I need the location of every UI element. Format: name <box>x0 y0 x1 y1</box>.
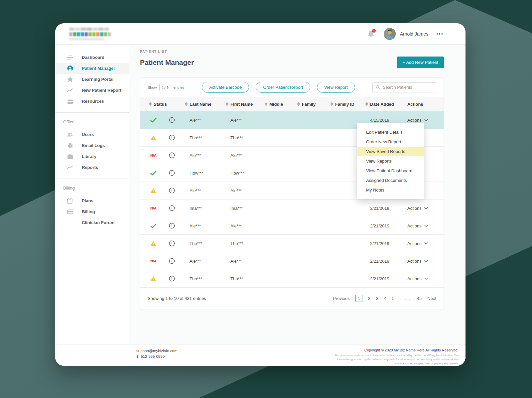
column-header-family[interactable]: Family <box>297 102 331 107</box>
pagination-previous[interactable]: Previous <box>333 296 350 301</box>
info-icon[interactable] <box>169 135 175 141</box>
info-icon[interactable] <box>169 117 175 123</box>
chevron-down-icon <box>424 207 428 209</box>
first-name-cell: Ima*** <box>226 206 265 211</box>
sidebar-item-resources[interactable]: Resources <box>55 96 129 107</box>
logo-tagline-blurred <box>69 38 104 40</box>
sidebar-item-label: New Patient Report <box>82 88 121 93</box>
last-name-cell: Ale*** <box>185 223 226 228</box>
menu-item-view-patient-dashboard[interactable]: View Patient Dashboard <box>357 166 424 176</box>
user-name: Arnold James <box>400 31 429 37</box>
sidebar-item-label: Library <box>82 154 96 159</box>
sidebar-item-users[interactable]: Users <box>55 129 129 140</box>
column-header-actions: Actions <box>403 102 444 107</box>
sidebar-item-patient-manager[interactable]: Patient Manager <box>55 63 129 74</box>
action-pill-group: Activate BarcodeOrder Patient ReportView… <box>185 82 372 93</box>
sidebar-item-library[interactable]: Library <box>55 151 129 162</box>
pagination-page-3[interactable]: 3 <box>376 296 378 301</box>
view-report-button[interactable]: View Report <box>317 82 355 93</box>
user-avatar[interactable] <box>384 28 396 40</box>
menu-item-my-notes[interactable]: My Notes <box>357 185 424 195</box>
menu-item-view-saved-reports[interactable]: View Saved Reports <box>357 147 424 156</box>
info-cell <box>164 188 185 194</box>
pagination-page-45[interactable]: 45 <box>417 296 422 301</box>
last-name-cell: Tho*** <box>185 276 226 281</box>
sidebar-item-reports[interactable]: Reports <box>55 162 129 173</box>
sidebar-item-plans[interactable]: Plans <box>55 195 129 206</box>
actions-dropdown-trigger[interactable]: Actions <box>403 223 444 228</box>
actions-dropdown-trigger[interactable]: Actions <box>403 118 444 123</box>
activate-barcode-button[interactable]: Activate Barcode <box>202 82 249 93</box>
info-icon[interactable] <box>169 240 175 246</box>
sidebar-item-label: Plans <box>82 198 93 203</box>
search-patients-input[interactable] <box>383 85 433 90</box>
sidebar-item-dashboard[interactable]: Dashboard <box>55 52 129 63</box>
first-name-cell: Tho*** <box>226 241 265 246</box>
sidebar-item-clinician-forum[interactable]: Clinician Forum <box>55 217 129 228</box>
support-phone: 1- 512-555-0550 <box>136 354 178 359</box>
sort-icon <box>226 102 228 106</box>
pagination-summary: Showing 1 to 10 of 431 entries <box>148 296 206 301</box>
pagination-page-4[interactable]: 4 <box>384 296 386 301</box>
briefcase-icon <box>67 98 73 104</box>
add-new-patient-button[interactable]: + Add New Patient <box>397 57 444 68</box>
logo-color-strip <box>69 32 111 36</box>
actions-dropdown-trigger[interactable]: Actions <box>403 259 444 264</box>
first-name-cell: Ale*** <box>226 223 265 228</box>
info-icon[interactable] <box>169 276 175 282</box>
menu-item-order-new-report[interactable]: Order New Report <box>357 137 424 147</box>
order-patient-report-button[interactable]: Order Patient Report <box>256 82 310 93</box>
sidebar-item-new-patient-report[interactable]: New Patient Report <box>55 85 129 96</box>
pagination-page-5[interactable]: 5 <box>392 296 395 301</box>
column-header-status[interactable]: Status <box>140 102 185 107</box>
info-cell <box>164 205 185 211</box>
menu-item-view-reports[interactable]: View Reports <box>357 156 424 166</box>
first-name-cell: Tho*** <box>226 276 265 281</box>
sidebar-item-label: Reports <box>82 165 98 170</box>
menu-item-edit-patient-details[interactable]: Edit Patient Details <box>357 127 424 137</box>
column-header-family-id[interactable]: Family ID <box>331 102 365 107</box>
column-header-first-name[interactable]: First Name <box>226 102 265 107</box>
chevron-down-icon <box>424 119 428 121</box>
info-icon[interactable] <box>169 205 175 211</box>
actions-dropdown-trigger[interactable]: Actions <box>403 206 444 211</box>
sidebar-item-label: Billing <box>82 209 95 214</box>
sort-icon <box>331 102 333 106</box>
pagination-page-2[interactable]: 2 <box>368 296 370 301</box>
info-cell <box>164 258 185 264</box>
sidebar-item-billing[interactable]: Billing <box>55 206 129 217</box>
column-header-middle[interactable]: Middle <box>265 102 297 107</box>
notification-badge <box>372 29 376 33</box>
info-icon[interactable] <box>169 152 175 158</box>
chevron-down-icon <box>424 278 428 280</box>
sidebar-item-learning-portal[interactable]: Learning Portal <box>55 74 129 85</box>
date-added-cell: 3/21/2019 <box>365 206 403 211</box>
pagination-next[interactable]: Next <box>427 296 436 301</box>
info-icon[interactable] <box>169 223 175 229</box>
notifications-bell-icon[interactable] <box>367 30 374 38</box>
table-header-row: StatusLast NameFirst NameMiddleFamilyFam… <box>140 97 444 111</box>
pagination-page-1[interactable]: 1 <box>355 295 362 302</box>
info-cell <box>164 223 185 229</box>
info-icon[interactable] <box>169 170 175 176</box>
show-entries-select[interactable]: 10 <box>159 84 171 91</box>
info-icon[interactable] <box>169 188 175 194</box>
table-row: Tho***Tho***2/21/2019Actions <box>140 235 444 252</box>
actions-label: Actions <box>407 118 422 123</box>
first-name-cell: Ale*** <box>226 188 265 193</box>
info-icon[interactable] <box>169 258 175 264</box>
logo-text-blurred <box>69 28 109 31</box>
overflow-menu-icon[interactable]: ••• <box>436 31 444 37</box>
actions-dropdown-trigger[interactable]: Actions <box>403 241 444 246</box>
column-header-date-added[interactable]: Date Added <box>365 102 403 107</box>
sort-icon <box>365 102 368 106</box>
column-header-last-name[interactable]: Last Name <box>185 102 226 107</box>
search-icon <box>376 85 380 90</box>
actions-dropdown-trigger[interactable]: Actions <box>403 276 444 281</box>
sort-icon <box>185 102 188 106</box>
date-added-cell: 2/21/2019 <box>365 241 403 246</box>
column-header-label: Actions <box>407 102 423 107</box>
credit-card-icon <box>67 209 73 215</box>
menu-item-assigned-documents[interactable]: Assigned Documents <box>357 176 424 185</box>
sidebar-item-email-logs[interactable]: Email Logs <box>55 140 129 151</box>
